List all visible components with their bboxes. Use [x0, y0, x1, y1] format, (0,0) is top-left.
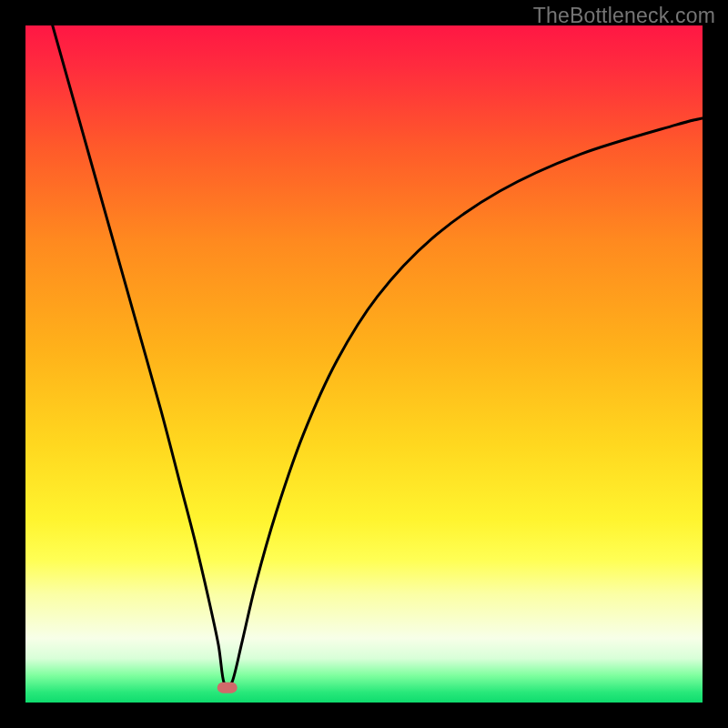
minimum-marker: [217, 682, 238, 693]
gradient-background: [25, 25, 703, 703]
plot-area: [25, 25, 703, 703]
svg-rect-0: [217, 682, 238, 693]
watermark-text: TheBottleneck.com: [533, 4, 715, 28]
chart-frame: TheBottleneck.com: [0, 0, 728, 728]
chart-svg: [25, 25, 703, 703]
